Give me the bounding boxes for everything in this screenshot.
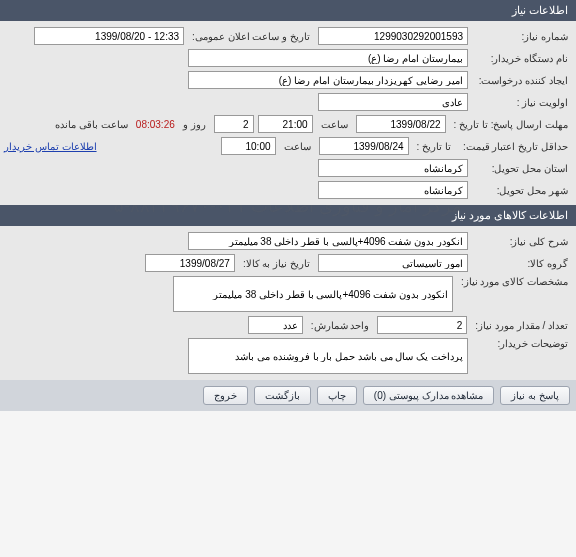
section1-body: شماره نیاز: تاریخ و ساعت اعلان عمومی: نا… — [0, 21, 576, 205]
back-button[interactable]: بازگشت — [254, 386, 311, 405]
unit-label: واحد شمارش: — [307, 320, 374, 331]
exit-button[interactable]: خروج — [203, 386, 248, 405]
date-goods-label: تاریخ نیاز به کالا: — [239, 258, 314, 269]
deadline-time-label: ساعت — [317, 119, 352, 130]
section2-header: اطلاعات کالاهای مورد نیاز — [0, 205, 576, 226]
print-button[interactable]: چاپ — [317, 386, 357, 405]
row-validity: حداقل تاریخ اعتبار قیمت: تا تاریخ : ساعت… — [4, 135, 572, 157]
priority-input[interactable] — [318, 93, 468, 111]
buyer-input[interactable] — [188, 49, 468, 67]
row-deadline: مهلت ارسال پاسخ: تا تاریخ : ساعت روز و 0… — [4, 113, 572, 135]
validity-time-label: ساعت — [280, 141, 315, 152]
city-input[interactable] — [318, 181, 468, 199]
row-group: گروه کالا: تاریخ نیاز به کالا: — [4, 252, 572, 274]
qty-label: تعداد / مقدار مورد نیاز: — [471, 320, 572, 331]
attachments-button[interactable]: مشاهده مدارک پیوستی (0) — [363, 386, 495, 405]
province-label: استان محل تحویل: — [472, 163, 572, 174]
priority-label: اولویت نیاز : — [472, 97, 572, 108]
row-priority: اولویت نیاز : — [4, 91, 572, 113]
countdown-label: ساعت باقی مانده — [51, 119, 132, 130]
validity-date-input[interactable] — [319, 137, 409, 155]
spec-input[interactable] — [173, 276, 453, 312]
row-city: شهر محل تحویل: — [4, 179, 572, 201]
group-label: گروه کالا: — [472, 258, 572, 269]
province-input[interactable] — [318, 159, 468, 177]
announce-date-label: تاریخ و ساعت اعلان عمومی: — [188, 31, 314, 42]
qty-input[interactable] — [377, 316, 467, 334]
row-creator: ایجاد کننده درخواست: — [4, 69, 572, 91]
contact-link[interactable]: اطلاعات تماس خریدار — [4, 141, 97, 152]
buyer-label: نام دستگاه خریدار: — [472, 53, 572, 64]
notes-label: توضیحات خریدار: — [472, 338, 572, 349]
desc-label: شرح کلی نیاز: — [472, 236, 572, 247]
row-qty: تعداد / مقدار مورد نیاز: واحد شمارش: — [4, 314, 572, 336]
row-notes: توضیحات خریدار: — [4, 336, 572, 376]
days-label: روز و — [179, 119, 210, 130]
days-remaining-input[interactable] — [214, 115, 254, 133]
unit-input[interactable] — [248, 316, 303, 334]
countdown-timer: 08:03:26 — [136, 119, 175, 130]
creator-label: ایجاد کننده درخواست: — [472, 75, 572, 86]
group-input[interactable] — [318, 254, 468, 272]
need-number-input[interactable] — [318, 27, 468, 45]
row-province: استان محل تحویل: — [4, 157, 572, 179]
city-label: شهر محل تحویل: — [472, 185, 572, 196]
date-goods-input[interactable] — [145, 254, 235, 272]
deadline-label: مهلت ارسال پاسخ: تا تاریخ : — [450, 119, 572, 130]
creator-input[interactable] — [188, 71, 468, 89]
row-desc: شرح کلی نیاز: — [4, 230, 572, 252]
deadline-time-input[interactable] — [258, 115, 313, 133]
notes-input[interactable] — [188, 338, 468, 374]
validity-label: حداقل تاریخ اعتبار قیمت: — [459, 141, 572, 152]
need-number-label: شماره نیاز: — [472, 31, 572, 42]
announce-date-input[interactable] — [34, 27, 184, 45]
validity-time-input[interactable] — [221, 137, 276, 155]
section2-body: شرح کلی نیاز: گروه کالا: تاریخ نیاز به ک… — [0, 226, 576, 380]
spec-label: مشخصات کالای مورد نیاز: — [457, 276, 572, 287]
deadline-date-input[interactable] — [356, 115, 446, 133]
row-buyer: نام دستگاه خریدار: — [4, 47, 572, 69]
row-spec: مشخصات کالای مورد نیاز: — [4, 274, 572, 314]
reply-button[interactable]: پاسخ به نیاز — [500, 386, 570, 405]
validity-to-label: تا تاریخ : — [413, 141, 455, 152]
section1-header: اطلاعات نیاز — [0, 0, 576, 21]
desc-input[interactable] — [188, 232, 468, 250]
button-bar: پاسخ به نیاز مشاهده مدارک پیوستی (0) چاپ… — [0, 380, 576, 411]
row-need-number: شماره نیاز: تاریخ و ساعت اعلان عمومی: — [4, 25, 572, 47]
